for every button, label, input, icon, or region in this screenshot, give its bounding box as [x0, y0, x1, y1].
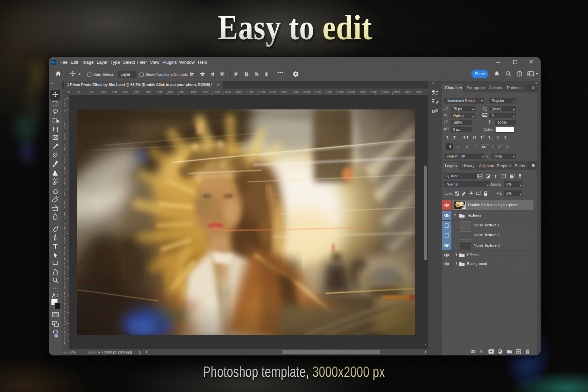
- svg-text:?: ?: [518, 72, 521, 76]
- svg-text:fx: fx: [480, 349, 483, 354]
- svg-text:T: T: [494, 174, 497, 179]
- svg-text:A: A: [485, 109, 487, 111]
